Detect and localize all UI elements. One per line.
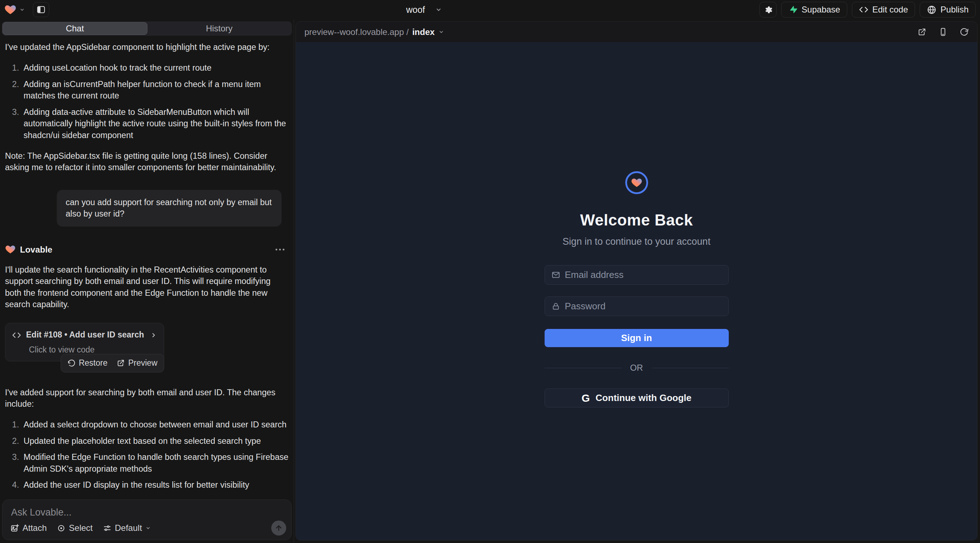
chat-composer: Attach Select Default [2,500,291,540]
supabase-button[interactable]: Supabase [781,2,847,17]
project-switcher[interactable]: woof [406,0,442,19]
model-selector[interactable]: Default [103,523,151,533]
list-item: Added a select dropdown to choose betwee… [21,419,289,430]
assistant-name: Lovable [20,244,52,256]
preview-url-breadcrumb[interactable]: preview--woof.lovable.app / index [304,27,444,37]
list-item: Updated the placeholder text based on th… [21,435,289,447]
sliders-icon [103,524,112,533]
heart-icon [631,177,643,188]
signin-subtitle: Sign in to continue to your account [562,236,710,247]
more-options-icon[interactable] [275,249,285,251]
preview-page-name: index [412,27,435,37]
signin-card: Welcome Back Sign in to continue to your… [545,171,729,407]
google-signin-button[interactable]: G Continue with Google [545,389,729,407]
top-bar: woof Supabase Edit code Publish [0,0,980,19]
code-icon [12,331,21,340]
arrow-up-icon [275,524,283,532]
google-signin-label: Continue with Google [596,392,692,403]
chevron-down-icon [19,7,25,13]
tab-chat[interactable]: Chat [3,22,147,35]
supabase-label: Supabase [802,5,840,14]
list-item: Adding data-active attribute to SidebarM… [21,106,289,141]
chat-history-tabs: Chat History [2,21,292,36]
assistant-steps-list: Added a select dropdown to choose betwee… [21,419,289,491]
attach-image-icon [10,524,19,533]
mail-icon [551,270,560,279]
preview-label: Preview [128,357,158,369]
mobile-view-button[interactable] [939,27,948,37]
chat-panel: Chat History I've updated the AppSidebar… [0,19,294,543]
message-list[interactable]: I've updated the AppSidebar component to… [0,36,294,494]
list-item: Adding an isCurrentPath helper function … [21,78,289,102]
or-label: OR [630,363,643,373]
publish-label: Publish [940,5,969,14]
or-divider: OR [545,363,729,373]
lovable-logo-menu[interactable] [4,3,25,16]
list-item: Added the user ID display in the results… [21,479,289,491]
preview-header: preview--woof.lovable.app / index [296,22,977,42]
preview-panel: preview--woof.lovable.app / index [294,19,980,543]
smartphone-icon [939,27,948,37]
chevron-down-icon [435,6,442,13]
signin-button[interactable]: Sign in [545,329,729,347]
email-field [545,265,729,285]
restore-icon [67,359,76,367]
globe-icon [927,5,937,14]
preview-frame: preview--woof.lovable.app / index [296,21,977,540]
toggle-sidebar-button[interactable] [33,2,49,17]
refresh-button[interactable] [960,27,969,37]
tab-history[interactable]: History [147,22,291,35]
tab-chat-label: Chat [66,24,84,33]
supabase-icon [788,5,798,14]
external-link-icon [918,27,926,37]
app-logo [625,171,648,194]
preview-url-prefix: preview--woof.lovable.app / [304,27,409,37]
assistant-message-text: I've updated the AppSidebar component to… [5,41,289,53]
google-icon: G [582,392,590,404]
assistant-note-text: Note: The AppSidebar.tsx file is getting… [5,150,289,173]
restore-label: Restore [79,357,108,369]
sidebar-panel-icon [37,5,46,14]
chevron-down-icon [438,29,444,35]
password-input[interactable] [565,301,722,312]
assistant-message-text: I've added support for searching by both… [5,387,289,410]
attach-button[interactable]: Attach [10,523,47,533]
lock-icon [551,302,560,311]
code-icon [859,5,868,14]
select-element-button[interactable]: Select [57,523,93,533]
chevron-right-icon [150,332,157,338]
user-message-bubble: can you add support for searching not on… [57,190,282,227]
password-field [545,297,729,316]
signin-title: Welcome Back [580,211,693,229]
chevron-down-icon [145,525,151,531]
model-label: Default [115,523,142,533]
user-message-text: can you add support for searching not on… [66,198,272,218]
attach-label: Attach [22,523,47,533]
email-input[interactable] [565,269,722,280]
edit-card-actions: Restore Preview [60,354,164,373]
gear-icon [764,5,773,14]
lovable-heart-icon [5,244,16,255]
lovable-heart-icon [4,3,16,16]
chat-input[interactable] [3,500,291,518]
settings-button[interactable] [759,2,776,17]
list-item: Modified the Edge Function to handle bot… [21,451,289,475]
edit-code-button[interactable]: Edit code [852,2,915,17]
open-in-new-tab-button[interactable] [918,27,926,37]
external-link-icon [117,359,125,367]
assistant-message-text: I'll update the search functionality in … [5,264,289,310]
preview-edit-button[interactable]: Preview [117,357,158,369]
preview-viewport: Welcome Back Sign in to continue to your… [296,42,977,540]
refresh-icon [960,27,969,37]
edit-card-title: Edit #108 • Add user ID search supp... [26,329,145,341]
restore-button[interactable]: Restore [67,357,108,369]
target-icon [57,524,66,533]
list-item: Adding useLocation hook to track the cur… [21,62,289,73]
assistant-steps-list: Adding useLocation hook to track the cur… [21,62,289,141]
send-button[interactable] [271,521,286,535]
select-label: Select [69,523,93,533]
tab-history-label: History [206,24,233,33]
publish-button[interactable]: Publish [920,2,976,17]
edit-code-label: Edit code [872,5,908,14]
assistant-header: Lovable [5,244,289,256]
